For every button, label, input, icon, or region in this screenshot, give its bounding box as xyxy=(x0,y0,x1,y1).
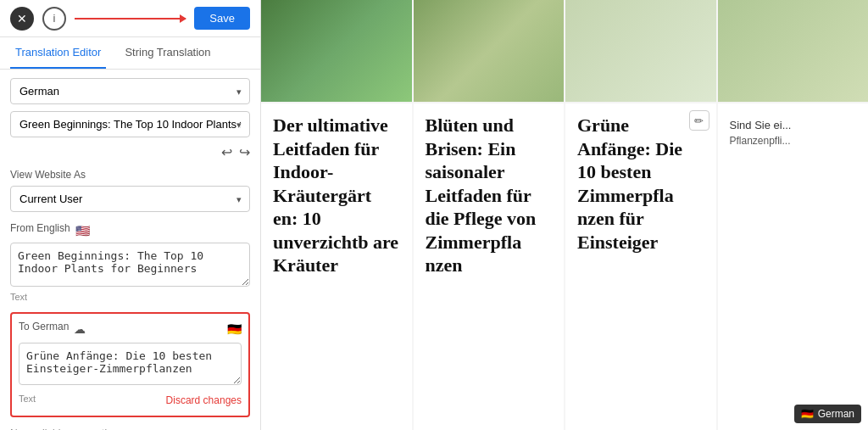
plant-bg-1 xyxy=(261,0,412,102)
arrow-indicator xyxy=(75,18,186,20)
to-german-footer: Text Discard changes xyxy=(19,392,242,409)
redo-button[interactable]: ↪ xyxy=(239,144,250,160)
language-select[interactable]: German xyxy=(10,78,250,104)
to-german-textarea[interactable]: Grüne Anfänge: Die 10 besten Einsteiger-… xyxy=(19,343,242,385)
text-card-2-title: Blüten und Brisen: Ein saisonaler Leitfa… xyxy=(426,114,553,277)
page-select[interactable]: Green Beginnings: The Top 10 Indoor Plan… xyxy=(10,111,250,137)
to-german-field-type: Text xyxy=(19,394,36,404)
german-badge-label: German xyxy=(818,408,854,420)
plant-bg-2 xyxy=(414,0,565,102)
text-card-4-snippet: Sind Sie ei... xyxy=(730,119,857,131)
undo-button[interactable]: ↩ xyxy=(221,144,232,160)
discard-changes-button[interactable]: Discard changes xyxy=(166,394,242,406)
text-card-4: Sind Sie ei... Pflanzenpfli... 🇩🇪 German xyxy=(718,103,869,430)
tab-translation-editor[interactable]: Translation Editor xyxy=(10,37,106,69)
text-card-1-title: Der ultimative Leitfaden für Indoor-Kräu… xyxy=(273,114,400,277)
from-english-section: From English 🇺🇸 Green Beginnings: The To… xyxy=(10,222,250,302)
german-badge: 🇩🇪 German xyxy=(794,405,861,423)
image-card-1 xyxy=(261,0,412,102)
view-website-as-label: View Website As xyxy=(10,169,250,181)
no-suggestions-text: No available suggestions xyxy=(10,424,250,430)
save-button[interactable]: Save xyxy=(194,7,250,30)
right-panel: Der ultimative Leitfaden für Indoor-Kräu… xyxy=(261,0,868,430)
close-button[interactable]: ✕ xyxy=(10,7,34,31)
text-card-3: ✏ Grüne Anfänge: Die 10 besten Zimmerpfl… xyxy=(565,103,716,430)
left-panel: ✕ i Save Translation Editor String Trans… xyxy=(0,0,261,430)
language-select-wrapper: German ▾ xyxy=(10,78,250,104)
arrow-line xyxy=(75,18,186,20)
from-english-textarea[interactable]: Green Beginnings: The Top 10 Indoor Plan… xyxy=(10,243,250,287)
text-card-1: Der ultimative Leitfaden für Indoor-Kräu… xyxy=(261,103,412,430)
de-flag-small-icon: 🇩🇪 xyxy=(801,408,814,420)
view-as-select[interactable]: Current User xyxy=(10,186,250,212)
text-card-2: Blüten und Brisen: Ein saisonaler Leitfa… xyxy=(414,103,565,430)
info-button[interactable]: i xyxy=(42,7,66,31)
top-bar: ✕ i Save xyxy=(0,0,260,37)
view-website-as-section: View Website As Current User ▾ xyxy=(10,169,250,212)
text-card-3-title: Grüne Anfänge: Die 10 besten Zimmerpfla … xyxy=(577,114,704,254)
to-german-label: To German xyxy=(19,321,69,332)
us-flag-icon: 🇺🇸 xyxy=(75,224,90,237)
from-english-label: From English xyxy=(10,222,70,234)
undo-redo-bar: ↩ ↪ xyxy=(10,144,250,160)
tabs-bar: Translation Editor String Translation xyxy=(0,37,260,70)
panel-content: German ▾ Green Beginnings: The Top 10 In… xyxy=(0,70,260,430)
image-card-2 xyxy=(414,0,565,102)
from-english-field-type: Text xyxy=(10,292,250,302)
text-card-4-body: Pflanzenpfli... xyxy=(730,135,857,147)
de-flag-icon: 🇩🇪 xyxy=(227,322,242,336)
view-as-select-wrapper: Current User ▾ xyxy=(10,186,250,212)
to-german-header: To German ☁ 🇩🇪 xyxy=(19,321,242,338)
image-card-4 xyxy=(718,0,869,102)
cloud-icon: ☁ xyxy=(74,322,86,336)
plant-bg-4 xyxy=(718,0,869,102)
page-select-wrapper: Green Beginnings: The Top 10 Indoor Plan… xyxy=(10,111,250,137)
tab-string-translation[interactable]: String Translation xyxy=(120,37,215,69)
edit-icon[interactable]: ✏ xyxy=(689,110,709,131)
to-german-section: To German ☁ 🇩🇪 Grüne Anfänge: Die 10 bes… xyxy=(10,312,250,417)
plant-bg-3 xyxy=(565,0,716,102)
image-card-3 xyxy=(565,0,716,102)
